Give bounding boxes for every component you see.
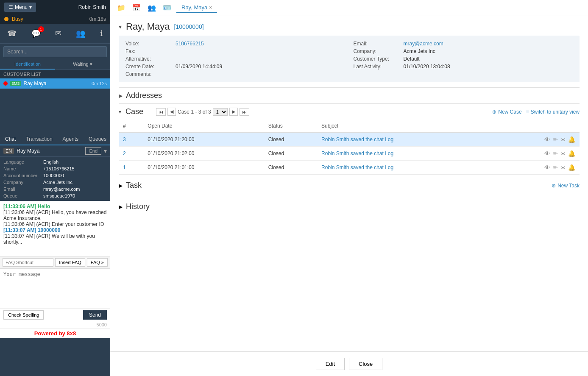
tab-agents[interactable]: Agents xyxy=(58,134,84,145)
customer-details-panel: Voice: 5106766215 Email: mray@acme.com F… xyxy=(119,36,580,82)
edit-button[interactable]: Edit xyxy=(316,358,345,370)
close-button[interactable]: Close xyxy=(349,358,382,370)
email-row-icon[interactable]: ✉ xyxy=(560,164,566,171)
new-case-button[interactable]: ⊕ New Case xyxy=(492,109,521,115)
new-task-button[interactable]: ⊕ New Task xyxy=(552,183,580,189)
customer-list-label: CUSTOMER LIST xyxy=(0,70,110,78)
waiting-col-header[interactable]: Waiting ▾ xyxy=(55,60,110,70)
case-subject[interactable]: Robin Smith saved the chat Log xyxy=(317,147,493,161)
company-row: Company: Acme Jets Inc xyxy=(354,48,573,54)
page-first-button[interactable]: ⏮ xyxy=(156,108,166,116)
task-header[interactable]: ▶ Task ⊕ New Task xyxy=(119,178,580,192)
chat-badge: 1 xyxy=(38,26,44,32)
chat-session-name: Ray Maya xyxy=(17,148,83,154)
id-card-icon[interactable]: 🪪 xyxy=(161,3,173,13)
bell-icon[interactable]: 🔔 xyxy=(568,150,575,157)
tab-chat[interactable]: Chat xyxy=(0,134,21,145)
phone-icon-button[interactable]: ☎ xyxy=(6,27,18,40)
case-subject[interactable]: Robin Smith saved the chat Log xyxy=(317,133,493,147)
case-row-actions: 👁 ✏ ✉ 🔔 xyxy=(493,147,580,161)
col-hash: # xyxy=(119,120,143,133)
case-open-date: 01/10/2020 21:20:00 xyxy=(143,133,264,147)
case-row-actions: 👁 ✏ ✉ 🔔 xyxy=(493,161,580,175)
case-subject[interactable]: Robin Smith saved the chat Log xyxy=(317,161,493,175)
message-textarea[interactable] xyxy=(0,269,110,307)
chat-msg-text: [11:33:06 AM] (ACR) Enter your customer … xyxy=(3,221,104,227)
case-id[interactable]: 1 xyxy=(119,161,143,175)
identification-col-header[interactable]: Identification xyxy=(0,60,55,70)
search-input[interactable] xyxy=(3,46,107,57)
history-header[interactable]: ▶ History xyxy=(119,200,580,214)
end-chat-button[interactable]: End xyxy=(85,147,101,155)
people-icon[interactable]: 👥 xyxy=(146,3,158,13)
tab-label: Ray, Maya xyxy=(181,4,207,11)
chat-compose-area: Check Spelling Send 5000 xyxy=(0,268,110,328)
bell-icon[interactable]: 🔔 xyxy=(568,136,575,143)
edit-row-icon[interactable]: ✏ xyxy=(553,164,558,171)
last-activity-label: Last Activity: xyxy=(354,64,400,70)
view-icon[interactable]: 👁 xyxy=(544,136,550,143)
language-badge: EN xyxy=(3,148,14,154)
customer-wait-time: 0m:12s xyxy=(92,81,107,86)
send-button[interactable]: Send xyxy=(83,310,107,320)
chat-info-value: 10000000 xyxy=(43,173,64,178)
chat-info-value: smsqueue1970 xyxy=(43,193,75,198)
addresses-heading: Addresses xyxy=(126,91,162,100)
tab-transaction[interactable]: Transaction xyxy=(21,134,57,145)
check-spelling-button[interactable]: Check Spelling xyxy=(3,310,44,320)
view-icon[interactable]: 👁 xyxy=(544,150,550,157)
session-chevron-button[interactable]: ▾ xyxy=(104,148,107,154)
email-row-icon[interactable]: ✉ xyxy=(560,150,566,157)
case-id[interactable]: 2 xyxy=(119,147,143,161)
list-icon: ≡ xyxy=(526,109,529,115)
info-icon-button[interactable]: ℹ xyxy=(98,27,105,40)
addresses-section[interactable]: ▶ Addresses xyxy=(119,87,580,103)
status-dot xyxy=(4,17,8,21)
faq-menu-button[interactable]: FAQ » xyxy=(87,258,108,267)
tab-close-button[interactable]: × xyxy=(209,5,212,11)
mail-icon-button[interactable]: ✉ xyxy=(53,27,63,40)
tab-queues[interactable]: Queues xyxy=(84,134,111,145)
edit-row-icon[interactable]: ✏ xyxy=(553,136,558,143)
chat-message: [11:33:06 AM] (ACR) Enter your customer … xyxy=(3,221,107,227)
menu-button[interactable]: ☰ Menu ▾ xyxy=(4,3,36,12)
edit-row-icon[interactable]: ✏ xyxy=(553,150,558,157)
title-chevron-icon: ▾ xyxy=(119,23,122,30)
sms-badge: SMS xyxy=(10,81,21,86)
chat-info-value: English xyxy=(43,159,59,164)
table-row[interactable]: 1 01/10/2020 21:01:00 Closed Robin Smith… xyxy=(119,161,580,175)
chat-actions-bar: Insert FAQ FAQ » xyxy=(0,256,110,268)
faq-shortcut-input[interactable] xyxy=(3,258,53,267)
bell-icon[interactable]: 🔔 xyxy=(568,164,575,171)
contacts-icon-button[interactable]: 👥 xyxy=(74,27,87,40)
folder-icon[interactable]: 📁 xyxy=(115,3,127,13)
alert-dot xyxy=(3,81,8,86)
chat-icon-button[interactable]: 💬 1 xyxy=(30,27,42,40)
sidebar-icons-bar: ☎ 💬 1 ✉ 👥 ℹ xyxy=(0,24,110,44)
page-select[interactable]: 1 xyxy=(213,108,228,116)
customer-title-row[interactable]: ▾ Ray, Maya [10000000] xyxy=(119,16,580,36)
voice-value[interactable]: 5106766215 xyxy=(176,41,204,47)
create-date-value: 01/09/2020 14:44:09 xyxy=(176,64,222,70)
table-row[interactable]: 2 01/10/2020 21:02:00 Closed Robin Smith… xyxy=(119,147,580,161)
comments-label: Comments: xyxy=(125,71,172,77)
page-last-button[interactable]: ⏭ xyxy=(240,108,249,116)
email-value[interactable]: mray@acme.com xyxy=(404,41,443,47)
table-row[interactable]: 3 01/10/2020 21:20:00 Closed Robin Smith… xyxy=(119,133,580,147)
chat-info-label: Account number xyxy=(3,173,42,178)
main-content: 📁 📅 👥 🪪 Ray, Maya × ▾ Ray, Maya [1000000… xyxy=(110,0,588,376)
calendar-icon[interactable]: 📅 xyxy=(131,3,142,13)
main-tab[interactable]: Ray, Maya × xyxy=(176,3,217,13)
phone-icon: ☎ xyxy=(7,29,17,38)
customer-list-item[interactable]: SMS Ray Maya 0m:12s xyxy=(0,78,110,89)
page-next-button[interactable]: ▶ xyxy=(229,108,238,116)
case-id[interactable]: 3 xyxy=(119,133,143,147)
case-chevron-icon[interactable]: ▾ xyxy=(119,109,121,115)
view-icon[interactable]: 👁 xyxy=(544,164,550,171)
switch-view-button[interactable]: ≡ Switch to unitary view xyxy=(526,109,580,115)
chat-info-row: Queuesmsqueue1970 xyxy=(0,192,110,199)
page-prev-button[interactable]: ◀ xyxy=(167,108,176,116)
insert-faq-button[interactable]: Insert FAQ xyxy=(55,258,85,267)
email-row-icon[interactable]: ✉ xyxy=(560,136,566,143)
chat-info-label: Email xyxy=(3,187,42,192)
